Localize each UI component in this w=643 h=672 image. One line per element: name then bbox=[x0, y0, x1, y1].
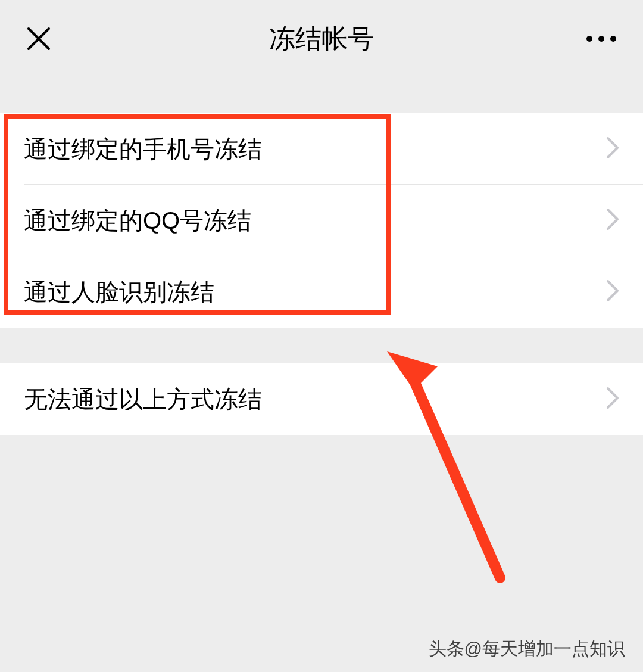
freeze-methods-group: 通过绑定的手机号冻结 通过绑定的QQ号冻结 通过人脸识别冻结 bbox=[0, 113, 643, 328]
page-title: 冻结帐号 bbox=[269, 21, 374, 57]
chevron-right-icon bbox=[606, 208, 619, 233]
close-icon[interactable] bbox=[24, 24, 54, 54]
watermark: 头条@每天增加一点知识 bbox=[429, 637, 625, 661]
more-icon[interactable] bbox=[583, 24, 619, 54]
spacer bbox=[0, 328, 643, 363]
spacer bbox=[0, 77, 643, 113]
list-item-label: 通过人脸识别冻结 bbox=[24, 276, 214, 309]
header: 冻结帐号 bbox=[0, 0, 643, 77]
freeze-by-qq-item[interactable]: 通过绑定的QQ号冻结 bbox=[0, 185, 643, 256]
cannot-freeze-item[interactable]: 无法通过以上方式冻结 bbox=[0, 363, 643, 435]
alternative-group: 无法通过以上方式冻结 bbox=[0, 363, 643, 435]
list-item-label: 无法通过以上方式冻结 bbox=[24, 383, 262, 416]
freeze-by-face-item[interactable]: 通过人脸识别冻结 bbox=[0, 256, 643, 328]
list-item-label: 通过绑定的手机号冻结 bbox=[24, 133, 262, 166]
list-item-label: 通过绑定的QQ号冻结 bbox=[24, 204, 251, 237]
chevron-right-icon bbox=[606, 279, 619, 304]
freeze-by-phone-item[interactable]: 通过绑定的手机号冻结 bbox=[0, 113, 643, 185]
chevron-right-icon bbox=[606, 136, 619, 161]
chevron-right-icon bbox=[606, 387, 619, 412]
